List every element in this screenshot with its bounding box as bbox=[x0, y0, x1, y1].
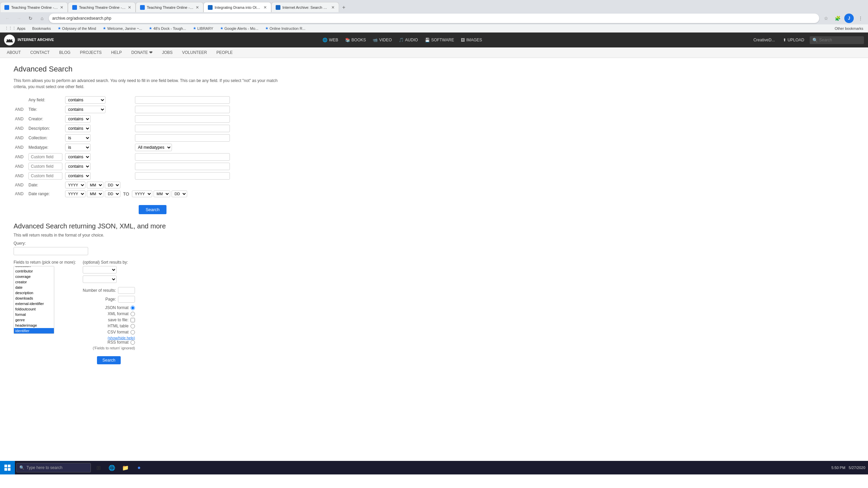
date-yyyy-select[interactable]: YYYY bbox=[65, 182, 85, 188]
format-csv-radio[interactable] bbox=[131, 330, 135, 334]
menu-button[interactable]: ⋮ bbox=[856, 14, 865, 23]
format-rss-radio[interactable] bbox=[131, 340, 135, 345]
bookmark-library[interactable]: ★ LIBRARY bbox=[191, 25, 215, 31]
tab-3[interactable]: Teaching Theatre Online - Findin... ✕ bbox=[136, 2, 203, 12]
bookmark-other[interactable]: Other bookmarks bbox=[833, 26, 865, 31]
nav-images[interactable]: 🖼 IMAGES bbox=[458, 36, 485, 44]
date-mm-select[interactable]: MM bbox=[87, 182, 103, 188]
tab-close-1[interactable]: ✕ bbox=[60, 5, 63, 10]
value-cell-creator bbox=[134, 114, 292, 124]
forward-button[interactable]: → bbox=[14, 14, 24, 23]
search-input-creator[interactable] bbox=[135, 115, 230, 123]
extensions-button[interactable]: 🧩 bbox=[833, 14, 842, 23]
tab-label-4: Integrating Drama into Other S... bbox=[215, 5, 261, 9]
home-button[interactable]: ⌂ bbox=[37, 14, 47, 23]
ia-logo[interactable]: INTERNET ARCHIVE bbox=[4, 35, 54, 45]
format-html-radio[interactable] bbox=[131, 324, 135, 328]
mediatype-select[interactable]: All mediatypes texts audio movies softwa… bbox=[135, 144, 172, 151]
search-input-anyfield[interactable] bbox=[135, 96, 230, 104]
query-input[interactable] bbox=[14, 247, 88, 255]
search-input-title[interactable] bbox=[135, 106, 230, 113]
tab-close-4[interactable]: ✕ bbox=[263, 5, 267, 10]
search-input-description[interactable] bbox=[135, 125, 230, 132]
csv-help-link[interactable]: (show/hide help) bbox=[107, 336, 135, 340]
advanced-search-button[interactable]: Search bbox=[139, 205, 166, 214]
nav-donate[interactable]: DONATE ❤ bbox=[130, 47, 154, 58]
bookmark-welcome[interactable]: ★ Welcome, Janine ~... bbox=[101, 25, 144, 31]
page-input[interactable]: 1 bbox=[118, 296, 135, 303]
page-label: Page: bbox=[105, 297, 116, 302]
daterange-to-mm[interactable]: MM bbox=[154, 190, 170, 197]
fields-list[interactable]: avg_rating backup_location btih call_num… bbox=[14, 266, 54, 334]
condition-select-custom2[interactable]: contains bbox=[65, 163, 91, 170]
search-input-custom3[interactable] bbox=[135, 172, 230, 180]
bookmark-bookmarks[interactable]: Bookmarks bbox=[30, 26, 53, 31]
date-dd-select[interactable]: DD bbox=[105, 182, 120, 188]
daterange-to-dd[interactable]: DD bbox=[172, 190, 187, 197]
tab-label-5: Internet Archive: Search Engine... bbox=[282, 5, 329, 9]
reload-button[interactable]: ↻ bbox=[26, 14, 35, 23]
format-xml-radio[interactable] bbox=[131, 312, 135, 316]
search-row-date: AND Date: YYYY MM DD bbox=[14, 181, 292, 189]
nav-people[interactable]: PEOPLE bbox=[215, 47, 234, 58]
tab-5[interactable]: Internet Archive: Search Engine... ✕ bbox=[271, 2, 339, 12]
search-input-custom2[interactable] bbox=[135, 163, 230, 170]
tab-4[interactable]: Integrating Drama into Other S... ✕ bbox=[203, 2, 271, 12]
condition-select-custom3[interactable]: contains bbox=[65, 172, 91, 180]
nav-blog[interactable]: BLOG bbox=[58, 47, 72, 58]
nav-web[interactable]: 🌐 WEB bbox=[320, 36, 341, 44]
format-json-radio[interactable] bbox=[131, 306, 135, 310]
nav-volunteer[interactable]: VOLUNTEER bbox=[181, 47, 208, 58]
condition-select-description[interactable]: contains bbox=[65, 125, 91, 132]
custom-field-input-2[interactable] bbox=[28, 163, 62, 170]
new-tab-button[interactable]: + bbox=[339, 3, 349, 12]
upload-btn[interactable]: ⬆ UPLOAD bbox=[780, 36, 807, 44]
nav-contact[interactable]: CONTACT bbox=[29, 47, 51, 58]
daterange-from-dd[interactable]: DD bbox=[105, 190, 120, 197]
condition-select-creator[interactable]: contains bbox=[65, 115, 91, 123]
condition-select-mediatype[interactable]: is contains bbox=[65, 144, 91, 151]
bookmark-online-instruction[interactable]: ★ Online Instruction R... bbox=[263, 25, 308, 31]
condition-select-custom1[interactable]: contains bbox=[65, 153, 91, 161]
num-results-input[interactable]: 50 bbox=[118, 287, 135, 294]
nav-help[interactable]: HELP bbox=[110, 47, 123, 58]
nav-jobs[interactable]: JOBS bbox=[161, 47, 174, 58]
bookmark-google-alerts[interactable]: ★ Google Alerts - Mo... bbox=[218, 25, 260, 31]
json-search-button[interactable]: Search bbox=[97, 356, 121, 364]
ia-header-search[interactable]: 🔍 bbox=[810, 36, 864, 44]
tab-close-2[interactable]: ✕ bbox=[128, 5, 131, 10]
bookmark-odyssey[interactable]: ★ Odyssey of the Mind bbox=[56, 25, 98, 31]
profile-button[interactable]: J bbox=[844, 14, 854, 23]
format-savefile-checkbox[interactable] bbox=[131, 318, 135, 322]
daterange-from-mm[interactable]: MM bbox=[87, 190, 103, 197]
sort-select-1[interactable] bbox=[83, 266, 117, 273]
sort-select-2[interactable] bbox=[83, 276, 117, 283]
bookmark-apps[interactable]: ⋮⋮⋮ Apps bbox=[3, 25, 27, 31]
condition-select-anyfield[interactable]: contains does not contain is is not bbox=[65, 96, 105, 104]
tab-close-5[interactable]: ✕ bbox=[331, 5, 335, 10]
bookmark-button[interactable]: ☆ bbox=[821, 14, 831, 23]
nav-about[interactable]: ABOUT bbox=[5, 47, 22, 58]
nav-projects[interactable]: PROJECTS bbox=[79, 47, 103, 58]
back-button[interactable]: ← bbox=[3, 14, 12, 23]
condition-select-collection[interactable]: is contains bbox=[65, 134, 91, 142]
custom-field-input-1[interactable] bbox=[28, 153, 62, 161]
tab-close-3[interactable]: ✕ bbox=[196, 5, 199, 10]
nav-video[interactable]: 📹 VIDEO bbox=[370, 36, 394, 44]
search-input-custom1[interactable] bbox=[135, 153, 230, 161]
search-input-collection[interactable] bbox=[135, 134, 230, 142]
address-bar[interactable]: archive.org/advancedsearch.php bbox=[49, 14, 819, 23]
ia-header-search-input[interactable] bbox=[819, 38, 861, 42]
nav-audio[interactable]: 🎵 AUDIO bbox=[396, 36, 421, 44]
tab-1[interactable]: Teaching Theatre Online - Findin... ✕ bbox=[0, 2, 68, 12]
main-content: Advanced Search This form allows you to … bbox=[0, 58, 305, 371]
custom-field-input-3[interactable] bbox=[28, 172, 62, 180]
nav-software[interactable]: 💾 SOFTWARE bbox=[422, 36, 457, 44]
condition-select-title[interactable]: contains does not contain is bbox=[65, 106, 105, 113]
nav-books[interactable]: 📚 BOOKS bbox=[342, 36, 369, 44]
creative-commons-btn[interactable]: CreativeD... bbox=[751, 36, 777, 44]
tab-2[interactable]: Teaching Theatre Online - Findin... ✕ bbox=[68, 2, 136, 12]
bookmark-48dock[interactable]: ★ 48's Dock - Tough... bbox=[147, 25, 188, 31]
daterange-from-yyyy[interactable]: YYYY bbox=[65, 190, 85, 197]
daterange-to-yyyy[interactable]: YYYY bbox=[132, 190, 152, 197]
